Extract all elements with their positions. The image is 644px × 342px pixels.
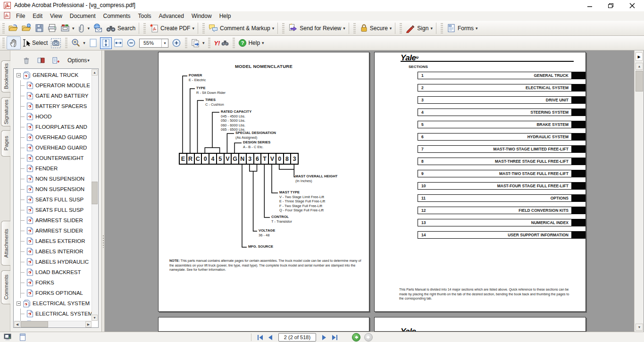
menu-comments[interactable]: Comments: [100, 11, 134, 21]
tab-bookmarks[interactable]: Bookmarks: [1, 60, 10, 92]
close-button[interactable]: [626, 1, 638, 10]
collapse-minus-box[interactable]: [17, 73, 21, 77]
zoom-value[interactable]: 55%: [140, 39, 161, 47]
hand-tool-button[interactable]: [7, 36, 21, 50]
bookmark-item[interactable]: ARMREST SLIDER: [14, 225, 92, 236]
zoom-in-button[interactable]: [170, 37, 183, 49]
scrollbar-thumb[interactable]: [636, 71, 643, 92]
page-number-field[interactable]: 2 (2 of 518): [278, 333, 316, 342]
previous-view-button[interactable]: [352, 333, 360, 342]
bookmarks-horizontal-scrollbar[interactable]: ◀ ▶: [14, 321, 92, 327]
bookmark-item[interactable]: FENDER: [14, 163, 92, 174]
zoom-dropdown[interactable]: ▾: [161, 39, 168, 47]
bookmark-item[interactable]: GATE AND BATTERY: [14, 91, 92, 101]
toolbar-grip[interactable]: [185, 38, 187, 48]
fullscreen-view-button[interactable]: [4, 334, 12, 342]
bookmark-item[interactable]: SEATS FULL SUSP: [14, 205, 92, 215]
toolbar-grip[interactable]: [400, 23, 402, 33]
bookmark-item[interactable]: OPERATOR MODULE: [14, 80, 92, 91]
toolbar-grip[interactable]: [143, 23, 146, 33]
bookmark-item[interactable]: COUNTERWEIGHT: [14, 153, 92, 163]
save-button[interactable]: [33, 22, 46, 34]
new-bookmark-button[interactable]: [51, 56, 61, 65]
sign-button[interactable]: Sign▾: [404, 22, 434, 34]
tab-pages[interactable]: Pages: [1, 130, 10, 157]
toolbar-grip[interactable]: [2, 23, 5, 33]
toolbar-grip[interactable]: [208, 38, 210, 48]
print-button[interactable]: [46, 22, 59, 34]
restore-button[interactable]: [604, 1, 617, 10]
tab-signatures[interactable]: Signatures: [1, 97, 10, 126]
scrollbar-thumb[interactable]: [21, 321, 48, 327]
bookmark-item[interactable]: LABELS INTERIOR: [14, 246, 92, 257]
forms-button[interactable]: Forms▾: [445, 22, 479, 34]
bookmark-item[interactable]: ELECTRICAL SYSTEM: [14, 298, 92, 309]
select-tool-button[interactable]: Select: [21, 37, 49, 49]
first-page-button[interactable]: [255, 333, 265, 342]
scroll-up-button[interactable]: ▲: [636, 63, 643, 70]
tab-attachments[interactable]: Attachments: [1, 221, 10, 266]
page-display-button[interactable]: ▾: [189, 37, 206, 49]
menu-view[interactable]: View: [46, 11, 66, 21]
bookmark-item[interactable]: FLOORPLATES AND: [14, 122, 92, 132]
search-button[interactable]: Search: [104, 23, 137, 34]
zoom-level-field[interactable]: 55% ▾: [139, 39, 168, 48]
document-area[interactable]: MODEL NOMENCLATURE POWERE - Electric TYP…: [105, 50, 634, 332]
menu-edit[interactable]: Edit: [29, 11, 46, 21]
bookmark-item[interactable]: BATTERY SPACERS: [14, 101, 92, 111]
minimize-button[interactable]: [584, 1, 596, 10]
collapse-minus-box[interactable]: [17, 301, 21, 306]
bookmark-item[interactable]: OVERHEAD GUARD: [14, 142, 92, 153]
next-view-button[interactable]: [364, 333, 373, 342]
scroll-down-button[interactable]: ▼: [636, 324, 643, 331]
panel-splitter[interactable]: [101, 50, 105, 332]
actual-size-button[interactable]: [87, 37, 99, 49]
bookmarks-vertical-scrollbar[interactable]: ▲ ▼: [92, 69, 98, 321]
zoom-out-button[interactable]: [125, 37, 137, 49]
toolbar-grip[interactable]: [233, 38, 235, 48]
bookmark-item[interactable]: LOAD BACKREST: [14, 267, 92, 277]
next-page-button[interactable]: [319, 333, 329, 342]
previous-page-button[interactable]: [265, 333, 276, 342]
bookmark-item[interactable]: ARMREST SLIDER: [14, 215, 92, 225]
help-button[interactable]: ?Help▾: [237, 38, 265, 48]
toolbar-grip[interactable]: [441, 23, 443, 33]
open-button[interactable]: [7, 22, 20, 34]
scroll-up-button[interactable]: ▲: [92, 69, 98, 75]
yahoo-search-button[interactable]: Y!: [212, 39, 230, 48]
toolbar-grip[interactable]: [282, 23, 284, 33]
last-page-button[interactable]: [329, 333, 340, 342]
open-organizer-button[interactable]: [20, 22, 33, 34]
menu-advanced[interactable]: Advanced: [155, 11, 188, 21]
bookmark-item[interactable]: FORKS OPTIONAL: [14, 288, 92, 298]
bookmark-item[interactable]: ELECTRICAL SYSTEM: [14, 309, 92, 319]
scrollbar-thumb[interactable]: [92, 182, 98, 204]
organizer-button[interactable]: ▾: [59, 22, 76, 34]
create-pdf-button[interactable]: Create PDF▾: [148, 22, 196, 34]
attach-button[interactable]: ▾: [76, 22, 92, 34]
bookmark-item[interactable]: OVERHEAD GUARD: [14, 132, 92, 142]
scroll-right-button[interactable]: ▶: [85, 321, 92, 327]
menu-help[interactable]: Help: [216, 11, 235, 21]
bookmark-item[interactable]: FORKS: [14, 277, 92, 288]
show-hide-panel-button[interactable]: ▶: [636, 52, 643, 61]
expand-current-bookmark-button[interactable]: [36, 56, 46, 65]
scroll-down-button[interactable]: ▼: [92, 315, 98, 321]
options-menu-button[interactable]: Options▾: [67, 56, 91, 65]
email-button[interactable]: [91, 22, 104, 34]
bookmark-item[interactable]: LABELS EXTERIOR: [14, 236, 92, 246]
bookmark-item[interactable]: SEATS FULL SUSP: [14, 194, 92, 205]
menu-file[interactable]: File: [12, 11, 29, 21]
menu-tools[interactable]: Tools: [134, 11, 155, 21]
comment-markup-button[interactable]: Comment & Markup▾: [207, 22, 276, 34]
bookmark-item[interactable]: LABELS HYDRAULIC: [14, 257, 92, 267]
delete-bookmark-button[interactable]: [22, 56, 31, 66]
document-scrollbar[interactable]: ▶ ▲ ▼: [634, 50, 644, 332]
secure-button[interactable]: Secure▾: [358, 22, 393, 34]
bookmark-item[interactable]: HOOD: [14, 111, 92, 122]
menu-window[interactable]: Window: [188, 11, 216, 21]
menu-document[interactable]: Document: [66, 11, 100, 21]
bookmark-item[interactable]: NON SUSPENSION: [14, 184, 92, 194]
send-for-review-button[interactable]: Send for Review▾: [286, 22, 347, 34]
bookmark-item[interactable]: NON SUSPENSION: [14, 174, 92, 184]
